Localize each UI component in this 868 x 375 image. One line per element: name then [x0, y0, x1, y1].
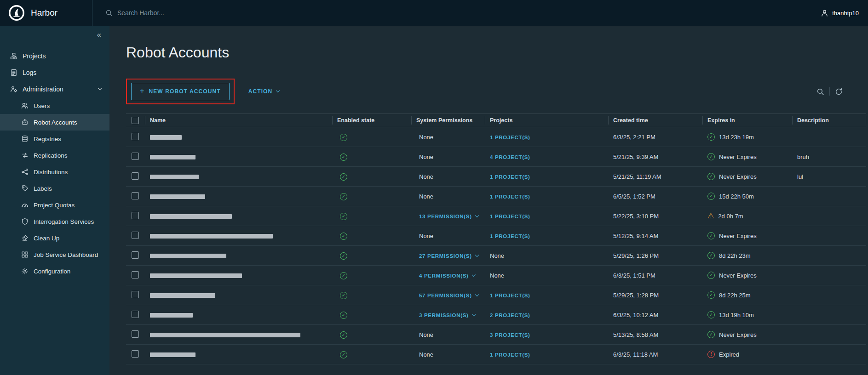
expires-cell: ✓Never Expires — [703, 232, 793, 239]
action-label: ACTION — [248, 88, 273, 95]
expires-text: 15d 22h 50m — [719, 193, 754, 200]
sidebar-item-label: Interrogation Services — [34, 218, 94, 225]
system-permissions-cell: None — [412, 153, 485, 160]
user-menu[interactable]: thanhtp10 — [821, 9, 868, 17]
projects-link[interactable]: 3 PROJECT(S) — [490, 332, 530, 338]
name-cell — [145, 331, 333, 338]
expires-text: 13d 19h 10m — [719, 312, 754, 318]
sidebar-item-logs[interactable]: Logs — [0, 64, 109, 81]
chevron-down-icon — [475, 292, 478, 296]
permissions-link[interactable]: 27 PERMISSION(S) — [419, 253, 478, 259]
expires-ok-icon: ✓ — [707, 331, 715, 338]
enabled-check-icon: ✓ — [340, 193, 347, 200]
sidebar-item-projects[interactable]: Projects — [0, 48, 109, 64]
refresh-button[interactable] — [830, 88, 848, 96]
projects-cell: 2 PROJECT(S) — [485, 312, 609, 318]
sidebar-item-replications[interactable]: Replications — [0, 147, 109, 164]
row-checkbox[interactable] — [132, 271, 139, 278]
table-header: Name Enabled state System Permissions Pr… — [126, 114, 866, 127]
projects-cell: 1 PROJECT(S) — [485, 351, 609, 358]
action-dropdown[interactable]: ACTION — [248, 88, 280, 95]
sidebar-item-distributions[interactable]: Distributions — [0, 164, 109, 180]
select-all-checkbox[interactable] — [132, 117, 139, 124]
page-title: Robot Accounts — [126, 44, 868, 61]
column-header-description: Description — [793, 116, 866, 125]
redacted-name — [150, 313, 193, 318]
name-cell — [145, 213, 333, 220]
row-checkbox[interactable] — [132, 330, 139, 338]
enabled-check-icon: ✓ — [340, 233, 347, 240]
sidebar-item-project-quotas[interactable]: Project Quotas — [0, 197, 109, 213]
sidebar-item-robot-accounts[interactable]: Robot Accounts — [0, 114, 109, 131]
table-row: ✓ None 1 PROJECT(S) 6/5/25, 1:52 PM ✓15d… — [126, 187, 866, 206]
redacted-name — [150, 175, 199, 179]
permissions-link[interactable]: 3 PERMISSION(S) — [419, 312, 475, 318]
row-checkbox[interactable] — [132, 212, 139, 219]
expires-cell: ✓15d 22h 50m — [703, 193, 793, 200]
projects-link[interactable]: 1 PROJECT(S) — [490, 293, 530, 298]
expires-ok-icon: ✓ — [707, 153, 715, 160]
created-time: 5/29/25, 1:28 PM — [609, 292, 703, 299]
row-checkbox[interactable] — [132, 232, 139, 239]
harbor-logo-icon[interactable] — [8, 5, 25, 21]
row-checkbox[interactable] — [132, 133, 139, 140]
expires-ok-icon: ✓ — [707, 232, 715, 239]
sidebar-item-users[interactable]: Users — [0, 97, 109, 114]
enabled-check-icon: ✓ — [340, 331, 347, 339]
dashboard-icon — [21, 251, 29, 258]
sidebar-item-registries[interactable]: Registries — [0, 131, 109, 147]
column-header-created-time: Created time — [609, 116, 703, 125]
expires-ok-icon: ✓ — [707, 311, 715, 318]
row-checkbox[interactable] — [132, 153, 139, 160]
projects-link[interactable]: 1 PROJECT(S) — [490, 352, 530, 358]
expires-text: Expired — [719, 351, 739, 358]
row-checkbox[interactable] — [132, 172, 139, 180]
row-checkbox[interactable] — [132, 192, 139, 199]
table-row: ✓ None 1 PROJECT(S) 5/12/25, 9:14 AM ✓Ne… — [126, 226, 866, 246]
created-time: 5/22/25, 3:10 PM — [609, 213, 703, 220]
sidebar-item-label: Job Service Dashboard — [34, 251, 98, 258]
enabled-state-cell: ✓ — [333, 153, 412, 161]
expires-text: 8d 22h 25m — [719, 292, 751, 299]
permissions-link[interactable]: 4 PERMISSION(S) — [419, 273, 475, 278]
permissions-link[interactable]: 13 PERMISSION(S) — [419, 214, 478, 219]
users-icon — [21, 102, 29, 109]
projects-link[interactable]: 1 PROJECT(S) — [490, 233, 530, 239]
sidebar-item-label: Projects — [23, 52, 46, 60]
sidebar-item-clean-up[interactable]: Clean Up — [0, 230, 109, 246]
sidebar-item-labels[interactable]: Labels — [0, 180, 109, 197]
redacted-name — [150, 293, 215, 298]
table-row: ✓ None 4 PROJECT(S) 5/21/25, 9:39 AM ✓Ne… — [126, 147, 866, 167]
projects-link[interactable]: 1 PROJECT(S) — [490, 194, 530, 199]
expires-cell: ✓Never Expires — [703, 272, 793, 279]
redacted-name — [150, 333, 300, 337]
sidebar-item-administration[interactable]: Administration — [0, 81, 109, 97]
sidebar-item-interrogation-services[interactable]: Interrogation Services — [0, 213, 109, 230]
sidebar-collapse-button[interactable]: « — [97, 30, 101, 40]
projects-link[interactable]: 1 PROJECT(S) — [490, 174, 530, 180]
robot-accounts-table: Name Enabled state System Permissions Pr… — [126, 114, 866, 364]
enabled-check-icon: ✓ — [340, 173, 347, 181]
expires-warning-icon: ⚠ — [707, 212, 714, 220]
permissions-link[interactable]: 57 PERMISSION(S) — [419, 293, 478, 298]
projects-link[interactable]: 2 PROJECT(S) — [490, 312, 530, 318]
table-body: ✓ None 1 PROJECT(S) 6/3/25, 2:21 PM ✓13d… — [126, 127, 866, 364]
sidebar-item-job-service-dashboard[interactable]: Job Service Dashboard — [0, 246, 109, 263]
created-time: 6/3/25, 10:12 AM — [609, 312, 703, 318]
projects-link[interactable]: 1 PROJECT(S) — [490, 214, 530, 219]
created-time: 6/5/25, 1:52 PM — [609, 193, 703, 200]
system-permissions-cell: None — [412, 233, 485, 239]
username: thanhtp10 — [832, 10, 859, 17]
sidebar-item-configuration[interactable]: Configuration — [0, 263, 109, 279]
projects-link[interactable]: 4 PROJECT(S) — [490, 154, 530, 160]
projects-cell: None — [485, 252, 609, 259]
search-input[interactable] — [117, 9, 310, 17]
table-search-button[interactable] — [811, 88, 829, 96]
projects-link[interactable]: 1 PROJECT(S) — [490, 135, 530, 140]
row-checkbox[interactable] — [132, 311, 139, 318]
row-checkbox[interactable] — [132, 350, 139, 358]
row-checkbox[interactable] — [132, 291, 139, 298]
row-checkbox[interactable] — [132, 251, 139, 259]
sidebar-item-label: Registries — [34, 136, 61, 142]
new-robot-account-button[interactable]: + NEW ROBOT ACCOUNT — [131, 83, 230, 100]
